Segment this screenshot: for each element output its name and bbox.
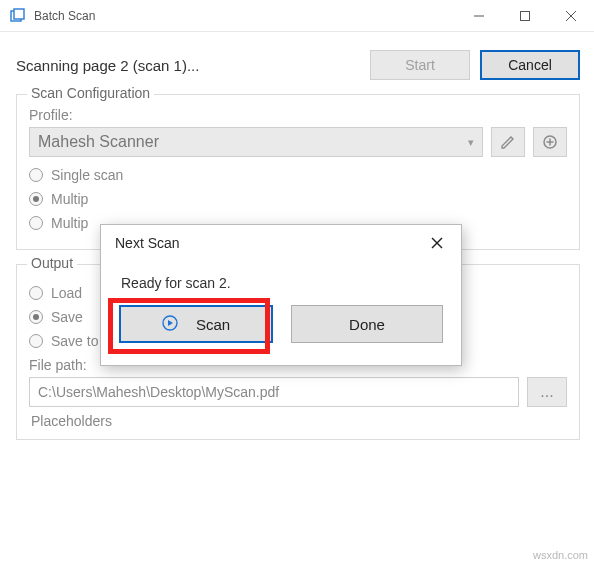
- chevron-down-icon: ▾: [468, 136, 474, 149]
- maximize-button[interactable]: [502, 0, 548, 32]
- dialog-titlebar: Next Scan: [101, 225, 461, 261]
- radio-icon: [29, 310, 43, 324]
- plus-circle-icon: [542, 134, 558, 150]
- browse-button[interactable]: ...: [527, 377, 567, 407]
- close-icon: [431, 237, 443, 249]
- radio-label: Single scan: [51, 167, 123, 183]
- radio-multi-1[interactable]: Multip: [29, 191, 567, 207]
- profile-label: Profile:: [29, 107, 567, 123]
- scan-config-title: Scan Configuration: [27, 85, 154, 101]
- add-profile-button[interactable]: [533, 127, 567, 157]
- radio-icon: [29, 216, 43, 230]
- done-button-label: Done: [349, 316, 385, 333]
- status-text: Scanning page 2 (scan 1)...: [16, 57, 370, 74]
- radio-icon: [29, 168, 43, 182]
- svg-rect-1: [14, 9, 24, 19]
- svg-marker-12: [168, 320, 173, 326]
- radio-label: Load: [51, 285, 82, 301]
- radio-label: Multip: [51, 215, 88, 231]
- placeholders-link[interactable]: Placeholders: [31, 413, 567, 429]
- start-button: Start: [370, 50, 470, 80]
- radio-icon: [29, 334, 43, 348]
- dialog-message: Ready for scan 2.: [121, 275, 443, 291]
- status-row: Scanning page 2 (scan 1)... Start Cancel: [16, 50, 580, 80]
- svg-rect-3: [521, 11, 530, 20]
- filepath-input[interactable]: C:\Users\Mahesh\Desktop\MyScan.pdf: [29, 377, 519, 407]
- close-button[interactable]: [548, 0, 594, 32]
- radio-label: Save: [51, 309, 83, 325]
- done-button[interactable]: Done: [291, 305, 443, 343]
- scan-button-label: Scan: [196, 316, 230, 333]
- dialog-close-button[interactable]: [423, 229, 451, 257]
- app-icon: [10, 8, 26, 24]
- watermark: wsxdn.com: [533, 549, 588, 561]
- dialog-title: Next Scan: [115, 235, 423, 251]
- radio-single-scan[interactable]: Single scan: [29, 167, 567, 183]
- edit-profile-button[interactable]: [491, 127, 525, 157]
- radio-icon: [29, 192, 43, 206]
- output-title: Output: [27, 255, 77, 271]
- play-circle-icon: [162, 315, 178, 334]
- minimize-button[interactable]: [456, 0, 502, 32]
- next-scan-dialog: Next Scan Ready for scan 2. Scan Done: [100, 224, 462, 366]
- profile-dropdown[interactable]: Mahesh Scanner ▾: [29, 127, 483, 157]
- radio-label: Multip: [51, 191, 88, 207]
- window-titlebar: Batch Scan: [0, 0, 594, 32]
- cancel-button[interactable]: Cancel: [480, 50, 580, 80]
- window-title: Batch Scan: [34, 9, 95, 23]
- radio-icon: [29, 286, 43, 300]
- scan-button[interactable]: Scan: [119, 305, 273, 343]
- pencil-icon: [500, 134, 516, 150]
- profile-value: Mahesh Scanner: [38, 133, 159, 151]
- filepath-value: C:\Users\Mahesh\Desktop\MyScan.pdf: [38, 384, 279, 400]
